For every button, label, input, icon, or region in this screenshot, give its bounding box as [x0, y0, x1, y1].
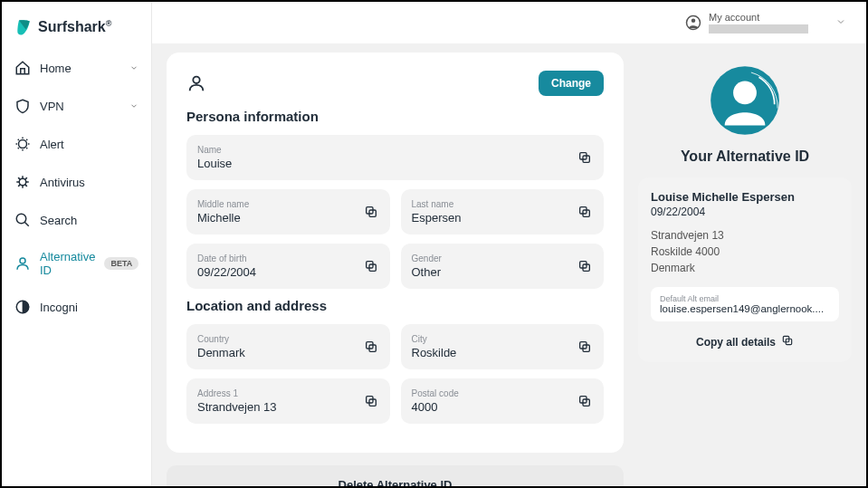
brand-logo[interactable]: Surfshark® — [2, 18, 151, 49]
sidebar-item-antivirus[interactable]: Antivirus — [2, 163, 151, 201]
copy-icon[interactable] — [577, 393, 593, 409]
sidebar-item-alert[interactable]: Alert — [2, 125, 151, 163]
main-column: Change Persona information Name Louise — [167, 53, 624, 472]
field-country: Country Denmark — [186, 324, 390, 369]
delete-alternative-id-button[interactable]: Delete Alternative ID — [167, 465, 624, 486]
svg-point-23 — [692, 19, 696, 24]
right-panel: Your Alternative ID Louise Michelle Espe… — [638, 53, 852, 472]
id-summary-card: Louise Michelle Espersen 09/22/2004 Stra… — [638, 177, 852, 362]
chevron-down-icon — [129, 62, 138, 75]
sidebar-item-home[interactable]: Home — [2, 49, 151, 87]
account-menu[interactable]: My account — [685, 12, 846, 33]
copy-icon[interactable] — [363, 258, 379, 274]
field-address-1: Address 1 Strandvejen 13 — [186, 378, 390, 424]
field-label: Gender — [412, 254, 442, 263]
field-date-of-birth: Date of birth 09/22/2004 — [186, 244, 390, 289]
account-label: My account — [709, 12, 808, 23]
sidebar: Surfshark® Home VPN Alert — [2, 2, 152, 486]
field-city: City Roskilde — [401, 324, 605, 369]
content: My account Change Persona information — [152, 2, 866, 486]
svg-line-8 — [26, 139, 27, 140]
chevron-down-icon — [129, 100, 138, 113]
persona-section-title: Persona information — [186, 109, 604, 124]
sidebar-item-label: VPN — [40, 100, 120, 113]
copy-icon[interactable] — [577, 258, 593, 274]
copy-icon — [781, 334, 794, 349]
field-value: Roskilde — [412, 346, 457, 359]
sidebar-item-label: Search — [40, 214, 138, 227]
copy-icon[interactable] — [577, 339, 593, 355]
field-label: Country — [197, 334, 245, 344]
brand-name: Surfshark® — [38, 19, 111, 35]
change-button[interactable]: Change — [539, 71, 604, 96]
sidebar-item-label: Incogni — [40, 301, 138, 314]
field-label: Date of birth — [197, 254, 256, 263]
field-postal-code: Postal code 4000 — [401, 378, 605, 424]
svg-line-19 — [24, 222, 29, 226]
location-section-title: Location and address — [186, 298, 604, 313]
sidebar-item-incogni[interactable]: Incogni — [2, 288, 151, 326]
svg-line-17 — [25, 177, 27, 179]
sidebar-item-label: Antivirus — [40, 176, 138, 189]
field-label: Last name — [412, 199, 462, 209]
avatar — [706, 62, 784, 139]
svg-line-5 — [18, 139, 19, 140]
incogni-icon — [14, 299, 31, 315]
field-value: 09/22/2004 — [197, 265, 256, 279]
topbar: My account — [152, 2, 866, 43]
svg-line-6 — [26, 148, 27, 148]
field-last-name: Last name Espersen — [401, 189, 605, 234]
account-icon — [685, 14, 701, 31]
field-label: Postal code — [412, 388, 459, 398]
copy-icon[interactable] — [577, 149, 593, 166]
sidebar-item-search[interactable]: Search — [2, 201, 151, 239]
sidebar-item-alternative-id[interactable]: Alternative ID BETA — [2, 239, 151, 288]
field-value: Other — [412, 265, 442, 279]
beta-badge: BETA — [104, 257, 138, 270]
svg-point-0 — [19, 140, 27, 148]
field-label: City — [412, 334, 457, 344]
antivirus-icon — [14, 174, 31, 190]
copy-all-details-button[interactable]: Copy all details — [651, 334, 839, 349]
field-value: Denmark — [197, 346, 245, 359]
home-icon — [14, 60, 31, 76]
account-email-redacted — [709, 24, 808, 33]
field-label: Middle name — [197, 199, 249, 209]
shield-icon — [14, 98, 31, 114]
svg-line-15 — [25, 185, 27, 187]
default-alt-email-box[interactable]: Default Alt email louise.espersen149@ang… — [651, 287, 839, 321]
field-value: Strandvejen 13 — [197, 400, 276, 414]
id-address: Strandvejen 13 Roskilde 4000 Denmark — [651, 227, 839, 276]
copy-icon[interactable] — [363, 393, 379, 409]
field-gender: Gender Other — [401, 244, 605, 289]
field-value: Espersen — [412, 211, 462, 225]
altid-icon — [14, 255, 31, 272]
nav-list: Home VPN Alert Antivirus — [2, 49, 151, 326]
field-name: Name Louise — [186, 135, 604, 180]
sidebar-item-label: Alert — [40, 138, 138, 151]
field-value: 4000 — [412, 400, 459, 414]
svg-line-16 — [18, 185, 20, 187]
field-value: Louise — [197, 157, 232, 170]
persona-card: Change Persona information Name Louise — [167, 53, 624, 453]
svg-point-44 — [733, 81, 757, 105]
field-middle-name: Middle name Michelle — [186, 189, 390, 234]
surfshark-logo-icon — [14, 18, 33, 36]
sidebar-item-label: Alternative ID — [40, 250, 95, 277]
email-label: Default Alt email — [660, 294, 830, 303]
copy-icon[interactable] — [363, 339, 379, 355]
chevron-down-icon — [835, 16, 846, 29]
id-dob: 09/22/2004 — [651, 206, 839, 218]
sidebar-item-label: Home — [40, 62, 120, 75]
svg-point-24 — [193, 77, 199, 83]
email-value: louise.espersen149@anglernook.... — [660, 303, 830, 314]
person-icon — [186, 73, 206, 93]
sidebar-item-vpn[interactable]: VPN — [2, 87, 151, 125]
copy-icon[interactable] — [577, 204, 593, 220]
field-label: Name — [197, 145, 232, 155]
svg-line-14 — [18, 177, 20, 179]
search-icon — [14, 212, 31, 228]
copy-icon[interactable] — [363, 204, 379, 220]
svg-point-20 — [20, 258, 25, 263]
panel-title: Your Alternative ID — [681, 148, 809, 165]
